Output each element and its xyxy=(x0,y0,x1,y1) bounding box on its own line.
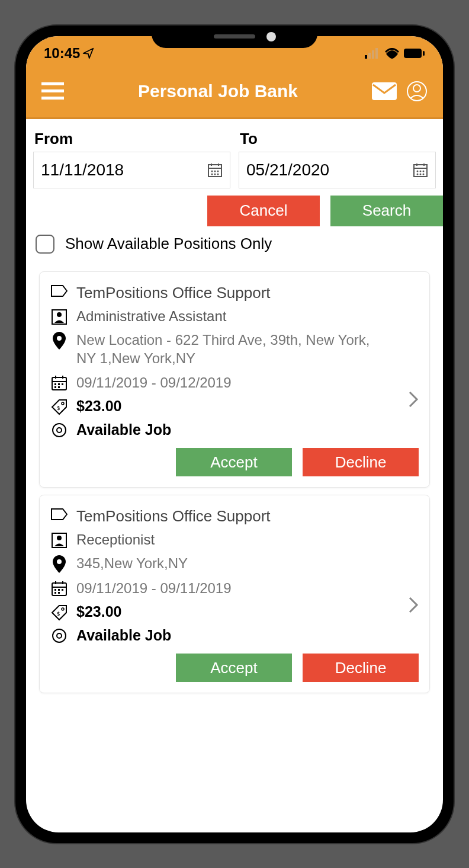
price-tag-icon: $ xyxy=(51,399,68,415)
profile-icon xyxy=(406,81,428,102)
envelope-icon xyxy=(372,82,397,100)
content-area: From 11/11/2018 To 05/21/2020 Cancel S xyxy=(26,119,443,707)
svg-rect-44 xyxy=(62,383,63,385)
profile-button[interactable] xyxy=(406,81,428,102)
rate-text: $23.00 xyxy=(76,603,121,620)
svg-point-47 xyxy=(62,402,64,405)
svg-rect-58 xyxy=(54,589,56,591)
to-date-input[interactable]: 05/21/2020 xyxy=(239,152,436,188)
svg-rect-61 xyxy=(54,592,56,594)
svg-point-63 xyxy=(62,608,64,610)
location-arrow-icon xyxy=(82,47,94,59)
location-text: New Location - 622 Third Ave, 39th, New … xyxy=(76,331,378,367)
calendar-icon xyxy=(413,162,428,178)
svg-rect-11 xyxy=(41,97,64,100)
search-button[interactable]: Search xyxy=(330,196,443,226)
svg-point-52 xyxy=(57,536,62,540)
menu-button[interactable] xyxy=(41,82,64,100)
to-label: To xyxy=(239,130,436,148)
svg-point-65 xyxy=(53,629,66,642)
svg-rect-45 xyxy=(54,386,56,388)
svg-point-14 xyxy=(413,85,420,92)
chevron-right-icon[interactable] xyxy=(408,596,419,614)
svg-rect-60 xyxy=(62,589,63,591)
time-text: 10:45 xyxy=(44,45,80,62)
svg-rect-12 xyxy=(372,82,397,100)
mail-button[interactable] xyxy=(372,82,397,100)
role-name: Receptionist xyxy=(76,531,155,548)
page-title: Personal Job Bank xyxy=(73,81,362,101)
hamburger-icon xyxy=(41,82,64,100)
calendar-icon xyxy=(51,580,68,597)
svg-point-50 xyxy=(57,428,62,433)
svg-point-6 xyxy=(391,55,394,57)
available-only-label: Show Available Positions Only xyxy=(65,235,272,253)
svg-rect-42 xyxy=(54,383,56,385)
from-label: From xyxy=(33,130,230,148)
available-only-checkbox[interactable] xyxy=(36,235,54,254)
svg-point-53 xyxy=(57,559,62,564)
date-filter-row: From 11/11/2018 To 05/21/2020 xyxy=(26,125,443,188)
svg-rect-59 xyxy=(58,589,60,591)
svg-rect-2 xyxy=(368,53,371,59)
company-name: TemPositions Office Support xyxy=(76,507,271,526)
svg-rect-8 xyxy=(423,51,425,56)
signal-icon xyxy=(365,48,380,59)
from-date-group: From 11/11/2018 xyxy=(33,130,230,188)
dates-text: 09/11/2019 - 09/12/2019 xyxy=(76,373,232,392)
price-tag-icon: $ xyxy=(51,604,68,621)
svg-rect-10 xyxy=(41,89,64,92)
tag-icon xyxy=(51,285,68,297)
cancel-button[interactable]: Cancel xyxy=(207,196,320,226)
status-text: Available Job xyxy=(76,627,171,644)
card-actions: Accept Decline xyxy=(50,448,419,476)
svg-point-49 xyxy=(53,424,66,437)
svg-rect-4 xyxy=(375,48,378,59)
svg-rect-5 xyxy=(365,55,367,59)
svg-point-37 xyxy=(57,336,62,341)
job-card[interactable]: TemPositions Office Support Receptionist… xyxy=(39,495,430,693)
dates-text: 09/11/2019 - 09/11/2019 xyxy=(76,579,232,597)
from-date-input[interactable]: 11/11/2018 xyxy=(33,152,230,188)
svg-rect-46 xyxy=(58,386,60,388)
to-date-group: To 05/21/2020 xyxy=(239,130,436,188)
pin-icon xyxy=(53,555,66,573)
screen: 10:45 Personal Job Bank xyxy=(26,36,443,832)
status-time: 10:45 xyxy=(44,45,94,62)
app-header: Personal Job Bank xyxy=(26,66,443,119)
battery-icon xyxy=(404,48,425,59)
svg-text:$: $ xyxy=(57,405,60,411)
speaker xyxy=(214,34,255,39)
person-icon xyxy=(52,533,67,548)
job-card[interactable]: TemPositions Office Support Administrati… xyxy=(39,271,430,488)
svg-rect-3 xyxy=(372,50,374,59)
tag-icon xyxy=(51,508,68,520)
person-icon xyxy=(52,309,67,325)
svg-rect-62 xyxy=(58,592,60,594)
accept-button[interactable]: Accept xyxy=(176,654,292,682)
svg-rect-9 xyxy=(41,82,64,85)
phone-frame: 10:45 Personal Job Bank xyxy=(15,25,454,843)
filter-actions: Cancel Search xyxy=(26,188,443,231)
status-icons xyxy=(365,48,425,59)
company-name: TemPositions Office Support xyxy=(76,284,271,302)
decline-button[interactable]: Decline xyxy=(303,448,419,476)
available-only-row: Show Available Positions Only xyxy=(26,231,443,264)
notch xyxy=(152,25,317,48)
svg-point-36 xyxy=(57,312,62,317)
svg-point-66 xyxy=(57,633,62,638)
role-name: Administrative Assistant xyxy=(76,308,226,325)
decline-button[interactable]: Decline xyxy=(303,654,419,682)
to-date-value: 05/21/2020 xyxy=(246,161,329,180)
rate-text: $23.00 xyxy=(76,398,121,415)
pin-icon xyxy=(53,332,66,350)
wifi-icon xyxy=(385,48,399,59)
calendar-icon xyxy=(51,374,68,391)
svg-text:$: $ xyxy=(57,611,60,617)
svg-rect-43 xyxy=(58,383,60,385)
svg-rect-7 xyxy=(404,49,422,58)
chevron-right-icon[interactable] xyxy=(408,390,419,408)
status-text: Available Job xyxy=(76,421,171,438)
circle-icon xyxy=(52,628,67,643)
accept-button[interactable]: Accept xyxy=(176,448,292,476)
